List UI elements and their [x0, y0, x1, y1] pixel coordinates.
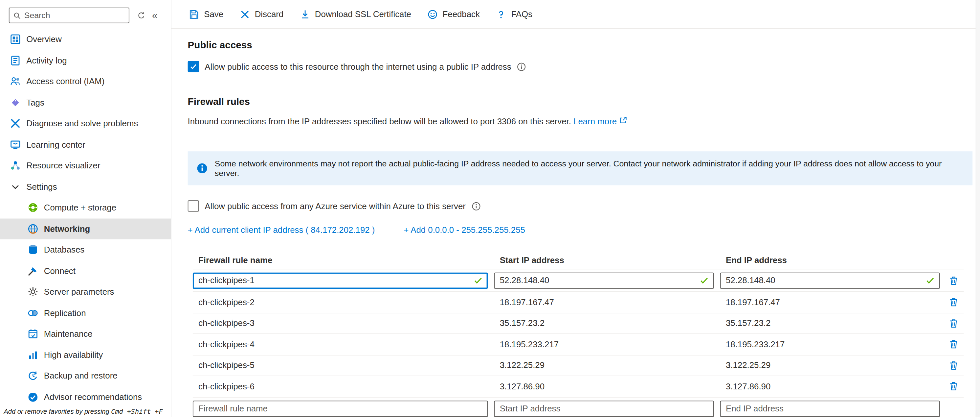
delete-rule-button[interactable]: [946, 337, 961, 352]
sidebar-item-backup-and-restore[interactable]: Backup and restore: [0, 365, 171, 387]
allow-azure-services-checkbox[interactable]: [188, 200, 199, 211]
public-access-checkbox[interactable]: [188, 61, 199, 72]
trash-icon: [949, 275, 959, 286]
new-end-ip-input[interactable]: [720, 400, 940, 417]
refresh-icon[interactable]: [137, 11, 146, 20]
search-input[interactable]: [24, 11, 125, 20]
sidebar-item-tags[interactable]: Tags: [0, 92, 171, 113]
info-banner: Some network environments may not report…: [188, 151, 973, 185]
column-header-end-ip: End IP address: [720, 255, 940, 265]
sidebar-item-connect[interactable]: Connect: [0, 260, 171, 281]
favorites-hint-text: Add or remove favorites by pressing: [3, 407, 111, 415]
faqs-button-label: FAQs: [511, 10, 532, 19]
sidebar-item-activity-log[interactable]: Activity log: [0, 50, 171, 71]
firewall-rule-row: ch-clickpipes-63.127.86.903.127.86.90: [193, 376, 964, 397]
sidebar-item-label: Replication: [44, 308, 86, 318]
learning-center-icon: [10, 139, 21, 150]
sidebar-item-label: Learning center: [26, 140, 85, 149]
sidebar-item-label: Diagnose and solve problems: [26, 119, 138, 128]
new-start-ip-input[interactable]: [494, 400, 714, 417]
rule-name-input[interactable]: [193, 272, 488, 289]
firewall-rule-row: ch-clickpipes-53.122.25.293.122.25.29: [193, 355, 964, 376]
trash-icon: [949, 360, 959, 371]
info-icon[interactable]: [517, 62, 527, 71]
firewall-rule-row: ch-clickpipes-418.195.233.21718.195.233.…: [193, 334, 964, 355]
rule-end-ip-cell: 3.122.25.29: [720, 361, 940, 370]
sidebar-item-label: Activity log: [26, 56, 67, 65]
sidebar-item-databases[interactable]: Databases: [0, 240, 171, 260]
checkbox-check-icon: [189, 62, 198, 71]
start-ip-input[interactable]: [494, 272, 714, 289]
discard-button[interactable]: Discard: [232, 0, 292, 28]
sidebar-item-networking[interactable]: Networking: [0, 218, 171, 240]
azure-networking-page: « OverviewActivity logAccess control (IA…: [0, 0, 980, 417]
overview-icon: [10, 34, 21, 45]
feedback-button[interactable]: Feedback: [419, 0, 488, 28]
sidebar-item-diagnose-and-solve-problems[interactable]: Diagnose and solve problems: [0, 113, 171, 134]
rule-name-cell: ch-clickpipes-3: [193, 319, 488, 328]
rule-end-ip-cell: 3.127.86.90: [720, 382, 940, 391]
sidebar-item-label: Backup and restore: [44, 371, 118, 381]
sidebar-item-compute-storage[interactable]: Compute + storage: [0, 197, 171, 218]
advisor-icon: [28, 392, 38, 402]
networking-content: Public access Allow public access to thi…: [172, 29, 980, 417]
learn-more-label: Learn more: [573, 117, 617, 126]
rule-start-ip-cell: 3.122.25.29: [494, 361, 714, 370]
sidebar-item-maintenance[interactable]: Maintenance: [0, 323, 171, 344]
download-ssl-certificate-button[interactable]: Download SSL Certificate: [292, 0, 419, 28]
sidebar-item-label: Networking: [44, 224, 90, 233]
external-link-icon: [619, 116, 627, 124]
rule-end-ip-cell: 35.157.23.2: [720, 319, 940, 328]
save-icon: [189, 9, 199, 19]
sidebar-item-label: Connect: [44, 266, 76, 276]
add-client-ip-link[interactable]: + Add current client IP address ( 84.172…: [188, 225, 375, 235]
feedback-button-label: Feedback: [443, 10, 480, 19]
delete-rule-button[interactable]: [946, 316, 961, 331]
new-rule-name-input[interactable]: [193, 400, 488, 417]
sidebar-item-access-control-iam[interactable]: Access control (IAM): [0, 71, 171, 92]
sidebar-item-advisor-recommendations[interactable]: Advisor recommendations: [0, 387, 171, 407]
end-ip-input[interactable]: [720, 272, 940, 289]
discard-icon: [240, 9, 250, 19]
rule-name-cell: ch-clickpipes-6: [193, 382, 488, 391]
sidebar-searchbox[interactable]: [9, 8, 129, 23]
favorites-hint: Add or remove favorites by pressing Cmd …: [3, 407, 162, 415]
sidebar-item-label: Resource visualizer: [26, 161, 100, 170]
sidebar-item-overview[interactable]: Overview: [0, 29, 171, 50]
delete-rule-button[interactable]: [946, 295, 961, 310]
info-icon[interactable]: [471, 201, 481, 211]
activity-log-icon: [10, 55, 21, 66]
sidebar-item-server-parameters[interactable]: Server parameters: [0, 281, 171, 302]
faqs-button[interactable]: FAQs: [488, 0, 541, 28]
command-bar: Save Discard Download SSL Certificate Fe…: [172, 0, 980, 29]
sidebar-item-label: Databases: [44, 245, 84, 254]
sidebar-item-learning-center[interactable]: Learning center: [0, 134, 171, 155]
sidebar-item-settings[interactable]: Settings: [0, 176, 171, 197]
rule-start-ip-cell: 18.195.233.217: [494, 340, 714, 349]
trash-icon: [949, 382, 959, 392]
rule-end-ip-cell: 18.195.233.217: [720, 340, 940, 349]
save-button[interactable]: Save: [181, 0, 232, 28]
sidebar-item-resource-visualizer[interactable]: Resource visualizer: [0, 155, 171, 176]
rule-name-cell: ch-clickpipes-5: [193, 361, 488, 370]
firewall-table-header: Firewall rule name Start IP address End …: [193, 251, 964, 269]
sidebar-item-high-availability[interactable]: High availability: [0, 344, 171, 365]
allow-azure-services-label: Allow public access from any Azure servi…: [205, 201, 466, 211]
rule-start-ip-cell: 3.127.86.90: [494, 382, 714, 391]
delete-rule-button[interactable]: [946, 358, 961, 373]
firewall-rule-rows: ch-clickpipes-218.197.167.4718.197.167.4…: [193, 292, 964, 397]
delete-rule-button[interactable]: [946, 273, 961, 288]
firewall-rule-row-new: [193, 397, 964, 417]
firewall-description-text: Inbound connections from the IP addresse…: [188, 117, 571, 126]
scrollbar[interactable]: [976, 0, 980, 417]
delete-rule-button[interactable]: [946, 379, 961, 394]
add-ip-range-link[interactable]: + Add 0.0.0.0 - 255.255.255.255: [404, 225, 525, 235]
rule-name-cell: ch-clickpipes-2: [193, 298, 488, 307]
sidebar-item-label: Compute + storage: [44, 203, 116, 212]
info-banner-text: Some network environments may not report…: [215, 159, 964, 177]
learn-more-link[interactable]: Learn more: [573, 117, 627, 126]
sidebar-item-label: Overview: [26, 35, 62, 45]
collapse-sidebar-button[interactable]: «: [152, 11, 158, 21]
sidebar-item-replication[interactable]: Replication: [0, 302, 171, 323]
access-control-icon: [10, 76, 21, 87]
